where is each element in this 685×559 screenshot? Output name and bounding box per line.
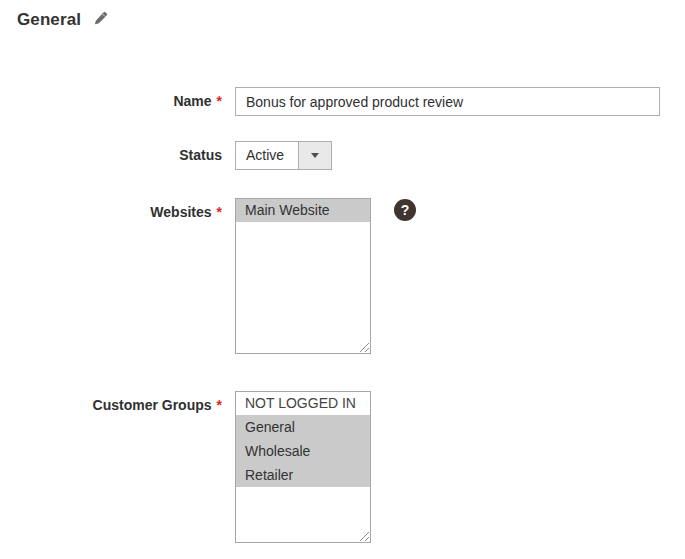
customer-groups-option-not-logged-in[interactable]: NOT LOGGED IN (236, 392, 370, 415)
status-select[interactable]: Active (235, 141, 332, 170)
status-dropdown-button[interactable] (298, 142, 331, 169)
websites-field-row: Websites* Main Website ? (0, 198, 416, 354)
status-label: Status (0, 141, 222, 170)
websites-listbox[interactable]: Main Website (235, 198, 371, 354)
customer-groups-option-wholesale[interactable]: Wholesale (236, 439, 370, 463)
section-header: General (17, 9, 108, 30)
resize-grip[interactable] (359, 342, 369, 352)
status-field-row: Status Active (0, 141, 332, 170)
required-asterisk: * (217, 204, 222, 220)
question-mark-icon[interactable]: ? (394, 199, 416, 221)
customer-groups-field-row: Customer Groups* NOT LOGGED IN General W… (0, 391, 371, 543)
resize-grip[interactable] (359, 531, 369, 541)
name-field-row: Name* (0, 87, 660, 116)
websites-option-main-website[interactable]: Main Website (236, 199, 370, 222)
customer-groups-listbox[interactable]: NOT LOGGED IN General Wholesale Retailer (235, 391, 371, 543)
websites-label: Websites* (0, 198, 222, 223)
caret-down-icon (311, 153, 319, 158)
page-title: General (17, 10, 81, 30)
name-label: Name* (0, 87, 222, 116)
general-section: General Name* Status Active (0, 0, 685, 559)
required-asterisk: * (217, 397, 222, 413)
customer-groups-option-retailer[interactable]: Retailer (236, 463, 370, 487)
required-asterisk: * (217, 93, 222, 109)
customer-groups-label: Customer Groups* (0, 391, 222, 416)
name-input[interactable] (235, 87, 660, 116)
customer-groups-option-general[interactable]: General (236, 415, 370, 439)
pencil-icon[interactable] (93, 11, 108, 30)
